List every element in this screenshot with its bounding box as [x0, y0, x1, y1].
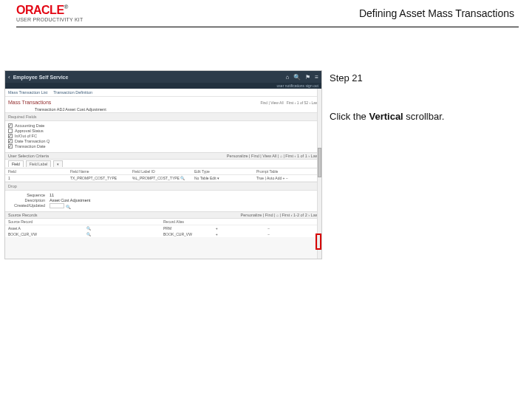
user-grid-header: User Selection Criteria Personalize | Fi…	[5, 152, 321, 160]
page-head: Mass Transactions Find | View All First …	[5, 97, 321, 106]
prop-desc-value: Asset Cost Adjustment	[50, 198, 90, 202]
add-row-icon[interactable]: +	[283, 176, 285, 180]
page-title: Mass Transactions	[8, 100, 51, 105]
scrollbar-thumb[interactable]	[318, 148, 321, 177]
subnav-text: user notifications sign out	[277, 83, 318, 88]
prop-sequence-label: Sequence	[8, 193, 45, 197]
back-chevron-icon[interactable]: ‹	[8, 74, 10, 81]
col-edittype: Edit Type	[194, 169, 256, 174]
field-label: Date Transaction Q	[15, 139, 50, 143]
required-fields-section: Required Fields	[5, 112, 321, 121]
col-record-alias: Record Alias	[163, 219, 318, 224]
source-row: Asset A 🔍 PRM + −	[5, 225, 321, 231]
lookup-icon[interactable]: 🔍	[86, 232, 163, 236]
breadcrumb-item-2[interactable]: Transaction Definition	[53, 90, 92, 95]
flag-icon[interactable]: ⚑	[305, 74, 310, 81]
dropdown-icon[interactable]: ▾	[217, 176, 219, 180]
instruction-panel: Step 21 Click the Vertical scrollbar.	[330, 70, 519, 259]
user-grid-title: User Selection Criteria	[8, 154, 49, 158]
cell-label: %L_PROMPT_COST_TYPE	[132, 176, 180, 180]
remove-row-icon[interactable]: −	[267, 226, 318, 231]
doc-header: ORACLE® USER PRODUCTIVITY KIT Defining A…	[0, 0, 532, 24]
find-meta[interactable]: First ‹ 1 of 52 › Last	[287, 100, 318, 105]
remove-row-icon[interactable]: −	[286, 176, 288, 180]
lookup-icon[interactable]: 🔍	[180, 176, 185, 180]
breadcrumb-item-1[interactable]: Mass Transaction List	[8, 90, 47, 95]
home-icon[interactable]: ⌂	[285, 74, 289, 81]
header-rule	[16, 27, 519, 27]
menu-icon[interactable]: ≡	[315, 74, 318, 81]
subnav: user notifications sign out	[5, 83, 321, 89]
properties-block: Sequence11 DescriptionAsset Cost Adjustm…	[5, 191, 321, 211]
content-row: ‹ Employee Self Service ⌂ 🔍 ⚑ ≡ user not…	[0, 70, 532, 259]
checkbox-icon[interactable]	[8, 144, 13, 149]
col-field: Field	[8, 169, 70, 174]
source-row: BOOK_CUR_VW 🔍 BOOK_CUR_VW + −	[5, 231, 321, 237]
prop-desc-label: Description	[8, 198, 45, 202]
source-alias: PRM	[163, 226, 214, 231]
required-fields-block: Accounting Date Approval Status In/Out o…	[5, 121, 321, 152]
instruction-prefix: Click the	[330, 111, 369, 122]
vertical-scrollbar[interactable]	[317, 89, 321, 259]
source-records-controls[interactable]: Personalize | Find | ⌕ | First ‹ 1-2 of …	[241, 213, 318, 217]
add-row-icon[interactable]: +	[216, 232, 267, 236]
cell-seq: 1	[8, 176, 70, 180]
instruction-text: Click the Vertical scrollbar.	[330, 110, 519, 123]
cell-fieldname: TX_PROMPT_COST_TYPE	[70, 176, 132, 180]
brand-oracle-text: ORACLE	[16, 4, 64, 16]
source-alias: BOOK_CUR_VW	[163, 232, 214, 236]
user-grid-cols: Field Field Name Field Label ID Edit Typ…	[5, 168, 321, 175]
navbar-icons: ⌂ 🔍 ⚑ ≡	[285, 74, 318, 81]
source-rec: BOOK_CUR_VW	[8, 232, 85, 236]
drop-section: Drop	[5, 182, 321, 191]
prop-created-label: Created/Updated	[8, 203, 45, 209]
navbar: ‹ Employee Self Service ⌂ 🔍 ⚑ ≡	[5, 71, 321, 83]
tab-field-label[interactable]: Field Label	[26, 160, 51, 167]
lookup-icon[interactable]: 🔍	[86, 226, 163, 231]
source-rec: Asset A	[8, 226, 85, 231]
user-grid-row: 1 TX_PROMPT_COST_TYPE %L_PROMPT_COST_TYP…	[5, 175, 321, 182]
add-row-icon[interactable]: +	[216, 226, 267, 231]
search-icon[interactable]: 🔍	[293, 74, 301, 81]
created-input[interactable]	[50, 203, 64, 208]
brand-sub: USER PRODUCTIVITY KIT	[16, 17, 83, 22]
user-grid-controls[interactable]: Personalize | Find | View All | ⌕ | Firs…	[227, 154, 318, 158]
source-records-title: Source Records	[8, 213, 37, 217]
brand-block: ORACLE® USER PRODUCTIVITY KIT	[16, 4, 83, 22]
cell-prompt: True | Auto Add	[256, 176, 282, 180]
brand-oracle: ORACLE®	[16, 4, 83, 16]
cell-edittype: No Table Edit	[194, 176, 216, 180]
prop-sequence-value: 11	[50, 193, 54, 197]
app-screenshot: ‹ Employee Self Service ⌂ 🔍 ⚑ ≡ user not…	[4, 70, 322, 259]
tab-more-icon[interactable]: ▾	[53, 160, 63, 167]
instruction-bold: Vertical	[369, 111, 403, 122]
navbar-title: Employee Self Service	[13, 75, 69, 80]
col-labelid: Field Label ID	[132, 169, 194, 174]
col-source-record: Source Record	[8, 219, 163, 224]
remove-row-icon[interactable]: −	[267, 232, 318, 236]
tab-field[interactable]: Field	[8, 160, 24, 167]
find-label[interactable]: Find | View All	[260, 100, 283, 105]
field-label: Accounting Date	[15, 123, 44, 128]
field-label: Transaction Date	[15, 144, 46, 149]
col-fieldname: Field Name	[70, 169, 132, 174]
instruction-suffix: scrollbar.	[403, 111, 445, 122]
transaction-label: Transaction ADJ Asset Cost Adjustment	[5, 106, 321, 112]
doc-title: Defining Asset Mass Transactions	[359, 7, 519, 19]
lookup-icon[interactable]: 🔍	[66, 205, 71, 209]
trademark-icon: ®	[64, 4, 68, 10]
step-label: Step 21	[330, 72, 519, 85]
source-records-section: Source Records Personalize | Find | ⌕ | …	[5, 211, 321, 219]
field-label: In/Out of FC	[15, 134, 37, 138]
col-prompt: Prompt Table	[256, 169, 318, 174]
checkbox-icon[interactable]	[8, 123, 13, 128]
field-label: Approval Status	[15, 129, 44, 133]
source-cols: Source Record Record Alias	[5, 219, 321, 225]
breadcrumb: Mass Transaction List Transaction Defini…	[5, 89, 321, 97]
user-grid-tabs: Field Field Label ▾	[5, 160, 321, 168]
